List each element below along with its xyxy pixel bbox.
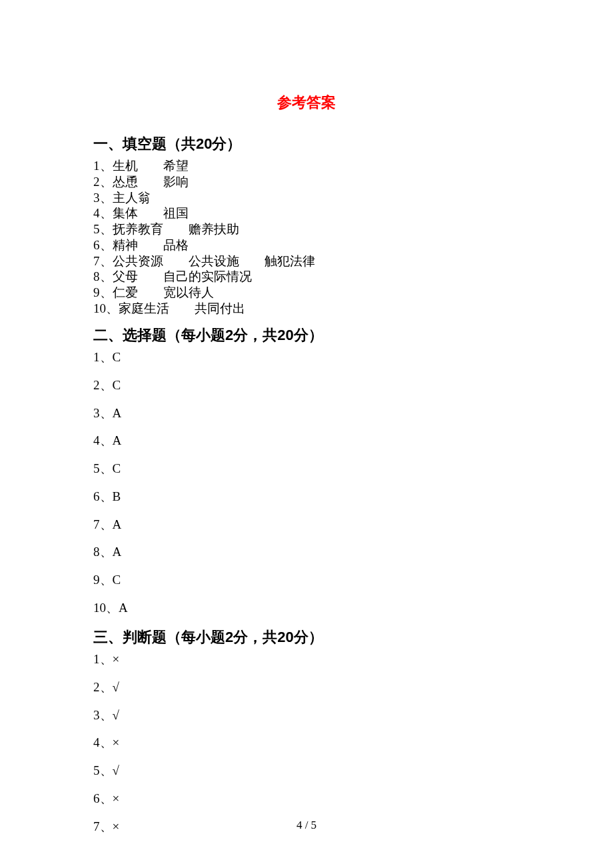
choice-answer: 8、A [93, 544, 520, 560]
choice-answer: 5、C [93, 461, 520, 477]
section-2-body: 1、C 2、C 3、A 4、A 5、C 6、B 7、A 8、A 9、C 10、A [93, 349, 520, 616]
choice-answer: 9、C [93, 572, 520, 588]
fill-answer: 1、生机 希望 [93, 158, 520, 174]
fill-answer: 8、父母 自己的实际情况 [93, 269, 520, 285]
document-page: 参考答案 一、填空题（共20分） 1、生机 希望 2、怂恿 影响 3、主人翁 4… [0, 0, 613, 868]
choice-answer: 1、C [93, 349, 520, 365]
choice-answer: 10、A [93, 600, 520, 616]
judge-answer: 4、× [93, 735, 520, 751]
section-2-heading: 二、选择题（每小题2分，共20分） [93, 326, 520, 345]
choice-answer: 2、C [93, 377, 520, 393]
section-3-heading: 三、判断题（每小题2分，共20分） [93, 628, 520, 647]
fill-answer: 5、抚养教育 赡养扶助 [93, 221, 520, 237]
page-title: 参考答案 [93, 93, 520, 112]
choice-answer: 4、A [93, 433, 520, 449]
judge-answer: 2、√ [93, 679, 520, 695]
fill-answer: 6、精神 品格 [93, 237, 520, 253]
choice-answer: 7、A [93, 517, 520, 533]
fill-answer: 9、仁爱 宽以待人 [93, 285, 520, 301]
judge-answer: 1、× [93, 651, 520, 667]
page-number: 4 / 5 [0, 818, 613, 832]
choice-answer: 6、B [93, 489, 520, 505]
fill-answer: 7、公共资源 公共设施 触犯法律 [93, 253, 520, 269]
judge-answer: 6、× [93, 791, 520, 807]
section-3-body: 1、× 2、√ 3、√ 4、× 5、√ 6、× 7、× [93, 651, 520, 834]
judge-answer: 5、√ [93, 763, 520, 779]
fill-answer: 4、集体 祖国 [93, 205, 520, 221]
fill-answer: 10、家庭生活 共同付出 [93, 301, 520, 317]
section-1-body: 1、生机 希望 2、怂恿 影响 3、主人翁 4、集体 祖国 5、抚养教育 赡养扶… [93, 158, 520, 317]
judge-answer: 3、√ [93, 707, 520, 723]
fill-answer: 3、主人翁 [93, 190, 520, 206]
fill-answer: 2、怂恿 影响 [93, 174, 520, 190]
choice-answer: 3、A [93, 405, 520, 421]
section-1-heading: 一、填空题（共20分） [93, 135, 520, 153]
